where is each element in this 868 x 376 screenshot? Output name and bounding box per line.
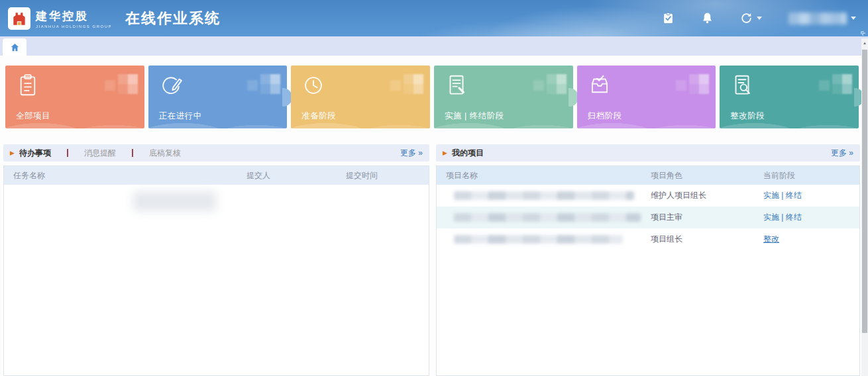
- card-label: 整改阶段: [730, 111, 765, 122]
- todo-panel: ▶ 待办事项 消息提醒 底稿复核 更多 » 任务名称 提交人 提交时间: [3, 144, 429, 376]
- company-name-en: JIANHUA HOLDINGS GROUP: [36, 24, 112, 28]
- project-role: 项目组长: [651, 234, 763, 245]
- tab-home[interactable]: [3, 38, 27, 56]
- todo-more-link[interactable]: 更多 »: [400, 148, 423, 159]
- projects-panel: ▶ 我的项目 更多 » 项目名称 项目角色 当前阶段 维护人项目组长 实施 | …: [436, 144, 860, 376]
- caret-down-icon[interactable]: [851, 17, 856, 20]
- home-icon: [10, 42, 20, 52]
- project-name-redacted: [454, 213, 641, 222]
- triangle-bullet-icon: ▶: [10, 150, 15, 156]
- tab-separator: [67, 149, 68, 157]
- triangle-bullet-icon: ▶: [443, 150, 447, 156]
- company-logo: [8, 7, 30, 30]
- brand: 建华控股 JIANHUA HOLDINGS GROUP 在线作业系统: [0, 7, 221, 30]
- projects-table: 项目名称 项目角色 当前阶段 维护人项目组长 实施 | 终结 项目主审 实施 |…: [436, 165, 860, 376]
- clipboard-check-icon[interactable]: [662, 12, 675, 24]
- caret-down-icon[interactable]: [757, 17, 762, 20]
- phase-cards: 全部项目 正在进行中 准备阶段 实施 | 终结阶段: [5, 66, 859, 128]
- vertical-scrollbar[interactable]: ▲: [861, 38, 868, 376]
- app-window: 建华控股 JIANHUA HOLDINGS GROUP 在线作业系统: [0, 0, 868, 376]
- column-submitter: 提交人: [246, 170, 346, 181]
- card-all-projects[interactable]: 全部项目: [5, 66, 144, 128]
- stage-link[interactable]: 实施 | 终结: [763, 191, 802, 200]
- todo-panel-header: ▶ 待办事项 消息提醒 底稿复核 更多 »: [3, 144, 429, 162]
- projects-panel-header: ▶ 我的项目 更多 »: [436, 144, 860, 162]
- company-name: 建华控股: [36, 9, 112, 24]
- clock-icon: [301, 73, 326, 101]
- card-label: 准备阶段: [301, 111, 336, 122]
- redacted-content: [133, 191, 216, 211]
- column-current-phase: 当前阶段: [763, 170, 859, 181]
- column-submit-time: 提交时间: [346, 170, 429, 181]
- project-name-redacted: [454, 191, 634, 200]
- username-redacted[interactable]: [788, 13, 847, 24]
- column-project-role: 项目角色: [651, 170, 763, 181]
- projects-panel-title: 我的项目: [452, 148, 484, 159]
- tab-separator: [132, 149, 133, 157]
- stage-link[interactable]: 整改: [763, 234, 779, 244]
- castle-logo-icon: [11, 10, 28, 27]
- refresh-icon[interactable]: [740, 12, 753, 24]
- document-search-icon: [730, 73, 755, 101]
- card-label: 归档阶段: [588, 111, 622, 122]
- refresh-group: [740, 12, 762, 24]
- project-role: 维护人项目组长: [651, 190, 763, 201]
- projects-more-link[interactable]: 更多 »: [831, 148, 853, 159]
- scrollbar-thumb[interactable]: [862, 50, 867, 333]
- card-label: 全部项目: [16, 111, 50, 122]
- todo-table-body: [4, 185, 429, 376]
- column-task-name: 任务名称: [4, 170, 246, 181]
- card-rectification-phase[interactable]: 整改阶段: [720, 66, 859, 128]
- project-role: 项目主审: [651, 212, 763, 223]
- card-label: 正在进行中: [159, 111, 202, 122]
- table-row[interactable]: 项目主审 实施 | 终结: [437, 207, 859, 228]
- censored-count: [533, 80, 544, 91]
- card-implementation-phase[interactable]: 实施 | 终结阶段: [434, 66, 573, 128]
- pencil-circle-icon: [158, 73, 184, 101]
- censored-count: [547, 74, 567, 94]
- censored-count: [260, 74, 280, 94]
- column-project-name: 项目名称: [437, 170, 651, 181]
- user-menu[interactable]: [788, 13, 856, 24]
- censored-count: [105, 80, 115, 91]
- scroll-up-arrow-icon[interactable]: ▲: [861, 38, 868, 48]
- censored-count: [819, 80, 830, 91]
- todo-table: 任务名称 提交人 提交时间: [3, 165, 429, 376]
- clipboard-list-icon: [15, 73, 40, 101]
- card-preparation-phase[interactable]: 准备阶段: [291, 66, 430, 128]
- brand-text: 建华控股 JIANHUA HOLDINGS GROUP: [36, 9, 112, 28]
- card-archive-phase[interactable]: 归档阶段: [577, 66, 716, 128]
- tab-todo-items[interactable]: 待办事项: [19, 148, 51, 159]
- tab-draft-review[interactable]: 底稿复核: [149, 148, 181, 159]
- todo-table-header: 任务名称 提交人 提交时间: [4, 166, 429, 185]
- censored-count: [390, 80, 401, 91]
- document-gavel-icon: [444, 73, 469, 101]
- censored-count: [247, 80, 258, 91]
- censored-count: [689, 74, 709, 94]
- table-row[interactable]: 维护人项目组长 实施 | 终结: [437, 185, 859, 207]
- censored-count: [404, 74, 423, 94]
- censored-count: [832, 74, 852, 94]
- censored-count: [118, 74, 138, 94]
- archive-check-icon: [587, 73, 612, 101]
- card-in-progress[interactable]: 正在进行中: [148, 66, 288, 128]
- table-row[interactable]: 项目组长 整改: [437, 228, 859, 250]
- page-title: 在线作业系统: [125, 9, 221, 28]
- card-label: 实施 | 终结阶段: [445, 111, 504, 122]
- project-name-redacted: [454, 235, 623, 244]
- tab-message-reminders[interactable]: 消息提醒: [84, 148, 116, 159]
- bell-icon[interactable]: [701, 12, 714, 24]
- stage-link[interactable]: 实施 | 终结: [763, 212, 802, 222]
- app-header: 建华控股 JIANHUA HOLDINGS GROUP 在线作业系统: [0, 0, 868, 36]
- tab-bar: [0, 36, 868, 56]
- censored-count: [676, 80, 686, 91]
- projects-table-header: 项目名称 项目角色 当前阶段: [437, 166, 859, 185]
- header-actions: [662, 0, 856, 36]
